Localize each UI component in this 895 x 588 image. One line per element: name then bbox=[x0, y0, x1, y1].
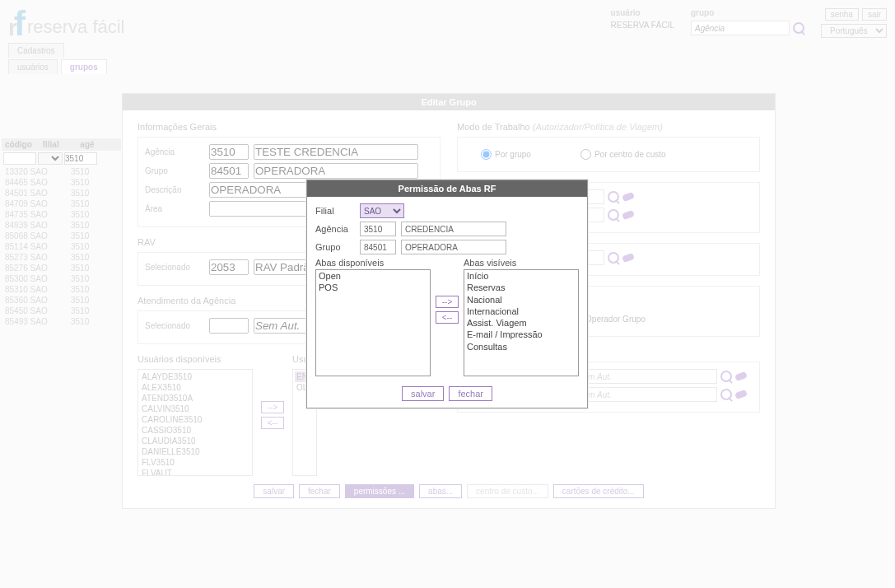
list-item[interactable]: CASSIO3510 bbox=[140, 425, 250, 436]
table-row[interactable]: 13320 SAO3510 bbox=[2, 166, 121, 177]
table-row[interactable]: 85450 SAO3510 bbox=[2, 306, 121, 316]
table-row[interactable]: 84709 SAO3510 bbox=[2, 198, 121, 209]
atend-code[interactable] bbox=[209, 318, 249, 334]
table-row[interactable]: 85300 SAO3510 bbox=[2, 273, 121, 284]
grupo-code[interactable] bbox=[209, 163, 249, 179]
clear-icon[interactable] bbox=[622, 192, 635, 202]
agencia-name[interactable] bbox=[254, 144, 418, 160]
filter-filial[interactable] bbox=[38, 152, 63, 165]
table-row[interactable]: 84465 SAO3510 bbox=[2, 177, 121, 188]
cc-button: centro de custo... bbox=[467, 484, 548, 498]
table-row[interactable]: 85360 SAO3510 bbox=[2, 295, 121, 306]
list-item[interactable]: DANIELLE3510 bbox=[140, 446, 250, 457]
list-item[interactable]: CAROLINE3510 bbox=[140, 414, 250, 425]
table-row[interactable]: 85493 SAO3510 bbox=[2, 316, 121, 327]
modal-filial-select[interactable]: SAO bbox=[360, 203, 404, 218]
aba-remove-button[interactable]: <-- bbox=[436, 311, 459, 324]
agencia-label: Agência bbox=[145, 147, 204, 156]
modal-title: Permissão de Abas RF bbox=[307, 180, 587, 197]
clear-icon[interactable] bbox=[622, 253, 635, 263]
list-item[interactable]: POS bbox=[316, 282, 430, 293]
user-remove-button[interactable]: <-- bbox=[261, 417, 284, 429]
table-row[interactable]: 84939 SAO3510 bbox=[2, 220, 121, 231]
list-item[interactable]: Assist. Viagem bbox=[464, 317, 578, 329]
list-item[interactable]: Nacional bbox=[464, 294, 578, 306]
permissao-abas-modal: Permissão de Abas RF Filial SAO Agência … bbox=[306, 180, 588, 408]
list-item[interactable]: ALEX3510 bbox=[140, 382, 250, 393]
list-item[interactable]: Open bbox=[316, 270, 430, 282]
agency-search-input[interactable] bbox=[691, 21, 790, 35]
table-row[interactable]: 85276 SAO3510 bbox=[2, 263, 121, 273]
table-rows: 13320 SAO351084465 SAO351084501 SAO35108… bbox=[2, 166, 121, 327]
list-item[interactable]: ALAYDE3510 bbox=[140, 371, 250, 382]
list-item[interactable]: Consultas bbox=[464, 341, 578, 352]
nacional-name[interactable] bbox=[577, 369, 717, 384]
list-item[interactable]: CALVIN3510 bbox=[140, 404, 250, 414]
clear-icon[interactable] bbox=[622, 210, 635, 220]
table-row[interactable]: 84735 SAO3510 bbox=[2, 209, 121, 220]
fechar-button[interactable]: fechar bbox=[299, 484, 340, 498]
abas-avail-label: Abas disponíveis bbox=[315, 258, 431, 268]
tab-grupos[interactable]: grupos bbox=[61, 59, 107, 74]
senha-button[interactable]: senha bbox=[825, 8, 859, 21]
user-add-button[interactable]: --> bbox=[261, 401, 284, 413]
radio-por-grupo[interactable]: Por grupo bbox=[481, 149, 531, 160]
modal-grupo-name[interactable] bbox=[401, 240, 506, 254]
list-item[interactable]: FLV3510 bbox=[140, 457, 250, 468]
aba-add-button[interactable]: --> bbox=[436, 296, 459, 308]
cartoes-button[interactable]: cartões de crédito... bbox=[553, 484, 644, 498]
descricao-label: Descrição bbox=[145, 185, 204, 194]
table-row[interactable]: 85273 SAO3510 bbox=[2, 252, 121, 263]
intl-name[interactable] bbox=[577, 387, 717, 402]
sair-button[interactable]: sair bbox=[862, 8, 887, 21]
search-icon[interactable] bbox=[608, 191, 619, 203]
list-item[interactable]: Início bbox=[464, 270, 578, 282]
abas-available-list[interactable]: OpenPOS bbox=[315, 269, 431, 376]
search-icon[interactable] bbox=[720, 389, 732, 400]
language-select[interactable]: Português bbox=[821, 24, 887, 38]
col-codigo[interactable]: código bbox=[5, 140, 43, 149]
clear-icon[interactable] bbox=[734, 371, 748, 381]
agencia-code[interactable] bbox=[209, 144, 249, 160]
abas-visible-label: Abas visíveis bbox=[464, 258, 579, 268]
filter-codigo[interactable] bbox=[3, 152, 36, 165]
editor-buttons: salvar fechar permissões ... abas... cen… bbox=[123, 479, 775, 503]
search-icon[interactable] bbox=[608, 252, 619, 264]
modal-fechar-button[interactable]: fechar bbox=[449, 386, 492, 401]
table-row[interactable]: 85310 SAO3510 bbox=[2, 284, 121, 295]
modal-agencia-code[interactable] bbox=[360, 222, 396, 236]
table-row[interactable]: 85114 SAO3510 bbox=[2, 241, 121, 252]
search-icon[interactable] bbox=[793, 22, 804, 34]
modal-salvar-button[interactable]: salvar bbox=[402, 386, 444, 401]
col-filial[interactable]: filial bbox=[43, 140, 81, 149]
list-item[interactable]: FLVAUT bbox=[140, 468, 250, 476]
groups-table: código filial agê 13320 SAO351084465 SAO… bbox=[2, 138, 121, 327]
list-item[interactable]: E-mail / Impressão bbox=[464, 329, 578, 340]
area-label: Área bbox=[145, 204, 204, 213]
modal-grupo-code[interactable] bbox=[360, 240, 396, 254]
users-available-list[interactable]: ALAYDE3510ALEX3510ATEND3510ACALVIN3510CA… bbox=[138, 369, 253, 476]
list-item[interactable]: ATEND3510A bbox=[140, 393, 250, 404]
abas-visible-list[interactable]: InícioReservasNacionalInternacionalAssis… bbox=[464, 269, 579, 376]
col-agencia[interactable]: agê bbox=[80, 140, 118, 149]
search-icon[interactable] bbox=[608, 209, 619, 221]
rav-code[interactable] bbox=[209, 259, 249, 275]
rav-selecionado-label: Selecionado bbox=[145, 263, 204, 272]
grupo-name[interactable] bbox=[254, 163, 418, 179]
abas-button[interactable]: abas... bbox=[419, 484, 462, 498]
tab-usuarios[interactable]: usuários bbox=[8, 59, 58, 74]
tab-cadastros[interactable]: Cadastros bbox=[8, 43, 64, 58]
clear-icon[interactable] bbox=[734, 390, 748, 399]
table-row[interactable]: 84501 SAO3510 bbox=[2, 188, 121, 198]
modal-grupo-label: Grupo bbox=[315, 242, 355, 252]
filter-agencia[interactable] bbox=[64, 152, 97, 165]
table-row[interactable]: 85068 SAO3510 bbox=[2, 231, 121, 241]
modal-agencia-name[interactable] bbox=[401, 222, 506, 236]
list-item[interactable]: Reservas bbox=[464, 282, 578, 293]
permissoes-button[interactable]: permissões ... bbox=[345, 484, 414, 498]
radio-por-cc[interactable]: Por centro de custo bbox=[580, 149, 666, 160]
search-icon[interactable] bbox=[720, 371, 732, 382]
salvar-button[interactable]: salvar bbox=[254, 484, 294, 498]
list-item[interactable]: Internacional bbox=[464, 306, 578, 317]
list-item[interactable]: CLAUDIA3510 bbox=[140, 436, 250, 446]
